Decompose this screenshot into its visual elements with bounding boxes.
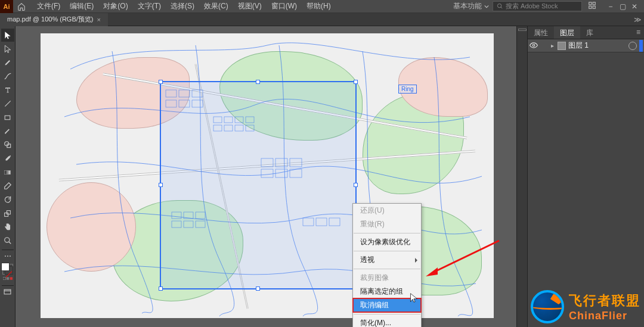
svg-rect-12 [7, 210, 10, 214]
home-icon[interactable] [13, 0, 30, 13]
main-menu: 文件(F) 编辑(E) 对象(O) 文字(T) 选择(S) 效果(C) 视图(V… [33, 0, 335, 13]
menu-help[interactable]: 帮助(H) [303, 0, 335, 13]
visibility-icon[interactable] [528, 42, 540, 50]
document-title: map.pdf @ 100% (RGB/预览) [7, 15, 93, 24]
tab-properties[interactable]: 属性 [528, 26, 554, 39]
menu-edit[interactable]: 编辑(E) [66, 0, 97, 13]
toolbox: ⋯ [0, 26, 16, 327]
ctx-item-5[interactable]: 透视 [353, 253, 421, 267]
svg-rect-2 [589, 2, 592, 5]
selection-indicator [639, 40, 643, 52]
menubar: Ai 文件(F) 编辑(E) 对象(O) 文字(T) 选择(S) 效果(C) 视… [0, 0, 644, 13]
menu-select[interactable]: 选择(S) [167, 0, 198, 13]
panel-group: 属性 图层 库 ≡ ▸ 图层 1 [527, 26, 644, 327]
svg-rect-4 [589, 6, 592, 8]
search-placeholder: 搜索 Adobe Stock [506, 2, 558, 11]
curvature-tool[interactable] [1, 70, 14, 83]
svg-rect-15 [3, 277, 5, 279]
paintbrush-tool[interactable] [1, 124, 14, 138]
tab-libraries[interactable]: 库 [580, 26, 599, 39]
menu-object[interactable]: 对象(O) [100, 0, 131, 13]
collapsed-dock[interactable] [516, 26, 527, 327]
layer-thumbnail [558, 42, 566, 50]
target-icon[interactable] [628, 42, 637, 50]
workspace-label: 基本功能 [453, 1, 482, 11]
svg-rect-17 [10, 277, 12, 279]
tabstrip-caret-icon[interactable]: ≫ [634, 15, 642, 24]
svg-rect-3 [593, 2, 595, 5]
fill-stroke-swatch[interactable] [1, 261, 14, 274]
svg-rect-11 [5, 213, 8, 216]
svg-line-6 [5, 101, 10, 106]
ctx-item-7: 裁剪图像 [353, 271, 421, 285]
selection-tool[interactable] [1, 29, 14, 42]
svg-line-49 [434, 241, 499, 272]
menu-window[interactable]: 窗口(W) [268, 0, 301, 13]
expand-icon[interactable]: ▸ [549, 42, 558, 49]
document-tab[interactable]: map.pdf @ 100% (RGB/预览) × [0, 13, 108, 26]
hand-tool[interactable] [1, 220, 14, 233]
svg-rect-7 [5, 116, 10, 120]
document-tabstrip: map.pdf @ 100% (RGB/预览) × ≫ [0, 13, 644, 26]
annotation-arrow [425, 238, 502, 279]
ctx-item-3[interactable]: 设为像素级优化 [353, 235, 421, 249]
window-controls: − ▢ ✕ [605, 1, 640, 12]
gradient-tool[interactable] [1, 166, 14, 179]
layer-name[interactable]: 图层 1 [568, 41, 626, 51]
menu-file[interactable]: 文件(F) [33, 0, 64, 13]
line-tool[interactable] [1, 97, 14, 110]
svg-point-13 [4, 238, 9, 242]
map-label-ring: Ring [398, 85, 417, 94]
panel-menu-icon[interactable]: ≡ [633, 26, 644, 39]
tab-layers[interactable]: 图层 [554, 26, 580, 39]
workspace-switcher[interactable]: 基本功能 [453, 1, 489, 11]
svg-point-51 [532, 44, 535, 46]
close-button[interactable]: ✕ [628, 1, 640, 12]
edit-toolbar-icon[interactable]: ⋯ [1, 252, 14, 260]
selection-bounding-box[interactable] [160, 81, 357, 289]
menu-view[interactable]: 视图(V) [234, 0, 265, 13]
svg-rect-18 [4, 289, 11, 294]
rectangle-tool[interactable] [1, 111, 14, 124]
direct-selection-tool[interactable] [1, 42, 14, 55]
maximize-button[interactable]: ▢ [617, 1, 628, 12]
cursor-icon [410, 293, 418, 304]
ctx-item-11[interactable]: 简化(M)... [353, 316, 421, 327]
svg-marker-50 [426, 267, 438, 276]
menu-type[interactable]: 文字(T) [134, 0, 165, 13]
ctx-item-1: 重做(R) [353, 217, 421, 231]
svg-rect-16 [6, 277, 8, 279]
arrange-docs-icon[interactable] [586, 1, 599, 11]
rotate-tool[interactable] [1, 193, 14, 206]
canvas[interactable]: Ring 还原(U)重做(R)设为像素级优化透视裁剪图像隔离选定的组取消编组简化… [16, 26, 516, 327]
close-tab-icon[interactable]: × [97, 16, 100, 23]
search-stock[interactable]: 搜索 Adobe Stock [493, 1, 582, 11]
pen-tool[interactable] [1, 56, 14, 69]
panel-tabs: 属性 图层 库 ≡ [528, 26, 644, 39]
ctx-item-0: 还原(U) [353, 204, 421, 217]
svg-rect-5 [593, 6, 595, 8]
watermark-text-en: ChinaFlier [569, 310, 640, 322]
svg-line-1 [501, 7, 502, 8]
svg-line-14 [8, 242, 11, 244]
minimize-button[interactable]: − [605, 1, 617, 12]
eyedropper-tool[interactable] [1, 152, 14, 165]
shape-builder-tool[interactable] [1, 138, 14, 151]
eraser-tool[interactable] [1, 179, 14, 192]
dock-handle-icon[interactable] [518, 29, 527, 31]
menu-effect[interactable]: 效果(C) [200, 0, 232, 13]
type-tool[interactable] [1, 83, 14, 96]
search-icon [497, 3, 503, 10]
layer-row[interactable]: ▸ 图层 1 [528, 39, 644, 52]
zoom-tool[interactable] [1, 234, 14, 247]
watermark: 飞行者联盟 ChinaFlier [531, 290, 640, 323]
app-icon: Ai [0, 0, 13, 13]
svg-point-0 [497, 4, 501, 7]
screen-mode-icon[interactable] [1, 288, 14, 296]
svg-rect-10 [5, 170, 11, 175]
scale-tool[interactable] [1, 207, 14, 220]
watermark-text-cn: 飞行者联盟 [569, 292, 640, 310]
layers-panel-body [528, 52, 644, 327]
watermark-logo-icon [531, 290, 564, 323]
context-menu: 还原(U)重做(R)设为像素级优化透视裁剪图像隔离选定的组取消编组简化(M)..… [352, 203, 422, 327]
